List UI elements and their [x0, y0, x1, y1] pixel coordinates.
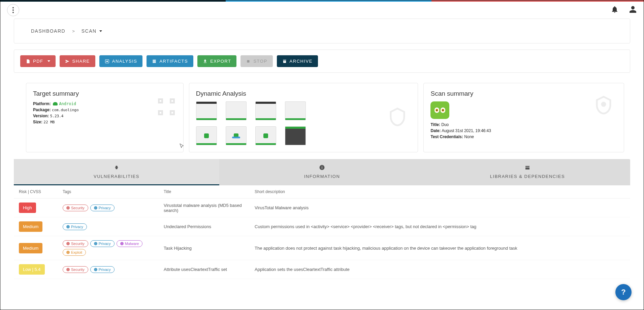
- package-value: com.duolingo: [52, 108, 78, 112]
- action-toolbar: PDF SHARE ANALYSIS ARTIFACTS EXPORT STOP…: [14, 50, 630, 73]
- risk-badge: Medium: [19, 243, 42, 253]
- screenshot-thumb[interactable]: [285, 101, 306, 120]
- svg-rect-5: [322, 167, 322, 169]
- chevron-down-icon: [47, 60, 50, 62]
- target-summary-card: Target summary Platform: Android Package…: [26, 83, 184, 152]
- stop-button: STOP: [240, 55, 272, 67]
- artifacts-button[interactable]: ARTIFACTS: [147, 55, 193, 67]
- tag-security: Security: [63, 240, 88, 247]
- barcode-icon: [156, 97, 176, 118]
- app-bar: [0, 2, 644, 19]
- vuln-title: Task Hijacking: [164, 246, 255, 251]
- tag-privacy: Privacy: [90, 240, 115, 247]
- scan-creds-value: None: [464, 134, 474, 139]
- result-tabs: VULNERABILITIES INFORMATION LIBRARIES & …: [14, 159, 630, 185]
- scan-title: Scan summary: [430, 90, 617, 97]
- svg-rect-2: [247, 60, 250, 62]
- archive-button[interactable]: ARCHIVE: [277, 55, 318, 67]
- table-row[interactable]: HighSecurityPrivacyVirustotal malware an…: [14, 198, 630, 217]
- archive-icon: [282, 59, 287, 64]
- breadcrumb-dashboard[interactable]: DASHBOARD: [31, 28, 65, 34]
- vuln-title: Attribute usesCleartextTraffic set: [164, 267, 255, 272]
- vuln-description: Custom permissions used in <activity> <s…: [255, 224, 625, 229]
- vuln-title: Undeclared Permissions: [164, 224, 255, 229]
- table-row[interactable]: Low | 5.4SecurityPrivacyAttribute usesCl…: [14, 260, 630, 279]
- screenshot-thumb[interactable]: [255, 126, 276, 145]
- tag-malware: Malware: [117, 240, 143, 247]
- risk-badge: High: [19, 203, 36, 213]
- app-icon: [430, 101, 449, 119]
- archive-label: ARCHIVE: [290, 59, 313, 64]
- share-label: SHARE: [72, 59, 90, 64]
- risk-badge: Low | 5.4: [19, 264, 45, 275]
- table-row[interactable]: MediumSecurityPrivacyMalwareExploitTask …: [14, 236, 630, 260]
- bug-icon: [593, 95, 614, 117]
- size-value: 22 MB: [43, 120, 55, 124]
- notifications-icon[interactable]: [611, 5, 619, 15]
- dynamic-title: Dynamic Analysis: [196, 90, 411, 97]
- analysis-button[interactable]: ANALYSIS: [99, 55, 143, 67]
- more-vert-icon: [12, 7, 14, 13]
- table-header: Risk | CVSS Tags Title Short description: [14, 185, 630, 198]
- export-icon: [203, 59, 207, 64]
- vulnerabilities-table: Risk | CVSS Tags Title Short description…: [14, 185, 630, 279]
- table-row[interactable]: MediumPrivacyUndeclared PermissionsCusto…: [14, 217, 630, 236]
- screenshot-thumb[interactable]: [285, 126, 306, 145]
- col-desc: Short description: [255, 189, 625, 194]
- scan-summary-card: Scan summary Title: Duo Date: August 31s…: [423, 83, 624, 152]
- version-value: 5.23.4: [50, 114, 64, 118]
- analysis-label: ANALYSIS: [112, 59, 137, 64]
- tag-privacy: Privacy: [90, 205, 115, 211]
- share-icon: [65, 59, 70, 64]
- scan-date-value: August 31st 2021, 19:46:43: [442, 128, 491, 133]
- svg-point-1: [106, 60, 108, 62]
- tab-vulnerabilities[interactable]: VULNERABILITIES: [14, 159, 219, 185]
- pdf-button[interactable]: PDF: [20, 55, 56, 67]
- stop-label: STOP: [253, 59, 267, 64]
- vuln-description: The application does not protect against…: [255, 246, 625, 251]
- export-button[interactable]: EXPORT: [197, 55, 236, 67]
- info-icon: [319, 164, 325, 172]
- user-account-icon[interactable]: [629, 5, 637, 15]
- vuln-description: VirusTotal Malware analysis: [255, 205, 625, 210]
- help-fab-button[interactable]: ?: [615, 284, 632, 300]
- tab-libs-label: LIBRARIES & DEPENDENCIES: [490, 174, 565, 179]
- pdf-label: PDF: [33, 59, 43, 64]
- breadcrumb-separator: >: [72, 29, 75, 34]
- screenshot-thumb[interactable]: [226, 101, 247, 120]
- breadcrumb-scan-dropdown[interactable]: SCAN: [82, 28, 102, 34]
- screenshot-thumb[interactable]: [196, 126, 217, 145]
- share-button[interactable]: SHARE: [60, 55, 95, 67]
- vuln-description: Application sets the usesCleartextTraffi…: [255, 267, 625, 272]
- bug-icon: [114, 164, 120, 172]
- menu-more-button[interactable]: [7, 4, 19, 16]
- risk-badge: Medium: [19, 221, 42, 232]
- screenshot-thumbnails: [196, 101, 411, 145]
- svg-rect-6: [322, 166, 322, 167]
- screenshot-thumb[interactable]: [196, 101, 217, 120]
- col-title: Title: [164, 189, 255, 194]
- libraries-icon: [524, 164, 530, 172]
- pdf-icon: [26, 59, 30, 64]
- tag-security: Security: [63, 205, 88, 211]
- tag-exploit: Exploit: [63, 249, 86, 256]
- screenshot-thumb[interactable]: [255, 101, 276, 120]
- artifacts-icon: [152, 59, 157, 64]
- tab-information[interactable]: INFORMATION: [219, 159, 425, 185]
- vuln-title: Virustotal malware analysis (MD5 based s…: [164, 203, 255, 213]
- tab-vuln-label: VULNERABILITIES: [94, 174, 139, 179]
- tab-libraries[interactable]: LIBRARIES & DEPENDENCIES: [425, 159, 630, 185]
- tag-privacy: Privacy: [63, 223, 87, 230]
- chevron-down-icon: [99, 30, 102, 32]
- col-tags: Tags: [63, 189, 164, 194]
- target-title: Target summary: [33, 90, 176, 97]
- export-label: EXPORT: [210, 59, 231, 64]
- breadcrumb: DASHBOARD > SCAN: [14, 19, 630, 43]
- col-risk: Risk | CVSS: [19, 189, 63, 194]
- dynamic-analysis-card: Dynamic Analysis: [189, 83, 418, 152]
- breadcrumb-scan-label: SCAN: [82, 28, 97, 34]
- tag-privacy: Privacy: [90, 266, 115, 273]
- screenshot-thumb[interactable]: [226, 126, 247, 145]
- artifacts-label: ARTIFACTS: [159, 59, 188, 64]
- stop-icon: [246, 59, 251, 64]
